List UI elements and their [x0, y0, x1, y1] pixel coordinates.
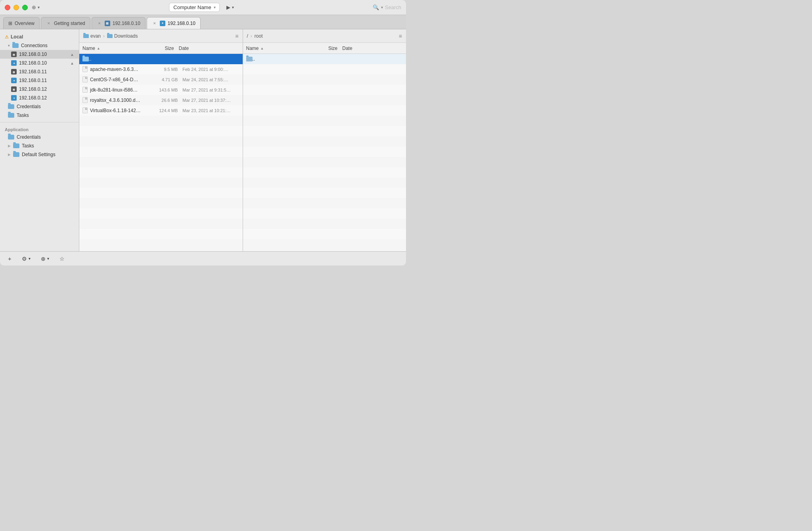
right-file-row-0[interactable]: .. — [243, 54, 406, 64]
right-col-name[interactable]: Name ▲ — [246, 46, 307, 51]
sidebar-item-conn3[interactable]: ▤ 192.168.0.11 — [0, 67, 79, 76]
tab-sftp1[interactable]: ✕ ▤ 192.168.0.10 — [92, 17, 146, 29]
tab-sftp1-label: 192.168.0.10 — [113, 21, 140, 26]
tab-getting-started[interactable]: ✕ Getting started — [41, 17, 90, 29]
left-col-size[interactable]: Size — [143, 46, 179, 51]
ssh-tab-icon: ✦ — [160, 21, 165, 26]
left-file-icon-5 — [82, 107, 88, 113]
search-bar[interactable]: 🔍 ▾ Search — [373, 4, 401, 10]
sidebar-item-conn6[interactable]: ✦ 192.168.0.12 — [0, 94, 79, 102]
right-empty-row-5 — [243, 105, 406, 116]
conn3-label: 192.168.0.11 — [19, 69, 47, 74]
sidebar-app-credentials[interactable]: Credentials — [0, 133, 79, 141]
settings-chevron: ▾ — [29, 256, 31, 261]
left-file-date-3: Mar 27, 2021 at 9:31:5… — [182, 88, 239, 92]
left-file-row-4[interactable]: royaltsx_4.3.6.1000.d… 26.6 MB Mar 27, 2… — [79, 95, 243, 105]
sidebar-item-conn4[interactable]: ✦ 192.168.0.11 — [0, 76, 79, 85]
sidebar: ⚠ Local ▾ Connections ▤ 192.168.0.10 ▲ ✦… — [0, 29, 79, 251]
network-button[interactable]: ⊕ ▾ — [38, 254, 52, 263]
left-file-date-4: Mar 27, 2021 at 10:37:… — [182, 98, 239, 103]
left-file-row-0[interactable]: .. — [79, 54, 243, 64]
left-panel-menu-icon[interactable]: ≡ — [235, 33, 238, 39]
left-file-row-5[interactable]: VirtualBox-6.1.18-142… 124.4 MB Mar 23, … — [79, 105, 243, 116]
file-panels: evan › Downloads ≡ Name ▲ — [79, 29, 406, 251]
evan-folder-icon — [83, 34, 89, 38]
left-col-date-label: Date — [179, 46, 189, 51]
right-empty-row-8 — [243, 136, 406, 147]
left-file-icon-0 — [82, 57, 89, 61]
search-icon: 🔍 — [373, 4, 379, 10]
conn1-icon: ▤ — [11, 52, 17, 57]
right-col-size[interactable]: Size — [306, 46, 342, 51]
left-empty-row-9 — [79, 198, 243, 208]
left-panel-header: evan › Downloads ≡ — [79, 29, 243, 43]
maximize-button[interactable] — [22, 5, 28, 10]
sidebar-item-conn5[interactable]: ▤ 192.168.0.12 — [0, 85, 79, 94]
right-empty-row-2 — [243, 74, 406, 85]
star-button[interactable]: ☆ — [56, 254, 68, 263]
right-breadcrumb-root-slash[interactable]: / — [247, 33, 248, 39]
app-defaults-label: Default Settings — [22, 152, 56, 157]
sidebar-item-conn2[interactable]: ✦ 192.168.0.10 ▲ — [0, 59, 79, 67]
credentials-label: Credentials — [17, 104, 41, 109]
right-file-panel: / › root ≡ Name ▲ Size — [243, 29, 406, 251]
left-empty-row-4 — [79, 147, 243, 157]
tab-getting-started-close[interactable]: ✕ — [46, 21, 52, 26]
right-empty-row-13 — [243, 188, 406, 198]
tab-overview-label: Overview — [15, 21, 34, 26]
settings-button[interactable]: ⚙ ▾ — [19, 254, 34, 263]
downloads-label: Downloads — [114, 33, 138, 39]
left-empty-row-2 — [79, 126, 243, 136]
left-file-size-4: 26.6 MB — [147, 98, 182, 103]
add-button[interactable]: + — [5, 254, 15, 263]
tab-ssh1[interactable]: ✕ ✦ 192.168.0.10 — [147, 17, 201, 29]
left-empty-row-1 — [79, 116, 243, 126]
right-empty-row-14 — [243, 198, 406, 208]
local-label: Local — [11, 34, 23, 40]
app-credentials-icon — [8, 135, 14, 139]
target-icon: ⊕ — [32, 4, 36, 10]
title-bar-right: 🔍 ▾ Search — [373, 4, 401, 10]
left-col-sort-arrow: ▲ — [97, 46, 100, 50]
settings-icon: ⚙ — [22, 256, 27, 262]
left-empty-row-11 — [79, 219, 243, 229]
left-col-name[interactable]: Name ▲ — [82, 46, 143, 51]
left-file-size-3: 143.6 MB — [147, 88, 182, 92]
minimize-button[interactable] — [13, 5, 19, 10]
network-chevron: ▾ — [47, 256, 49, 261]
left-file-row-1[interactable]: apache-maven-3.6.3… 9.5 MB Feb 24, 2021 … — [79, 64, 243, 74]
network-icon: ⊕ — [41, 256, 46, 262]
tab-ssh1-close[interactable]: ✕ — [152, 21, 157, 26]
left-file-name-3: jdk-8u281-linux-i586… — [90, 87, 147, 93]
search-label: Search — [385, 4, 401, 10]
conn4-icon: ✦ — [11, 78, 17, 83]
app-menu[interactable]: ⊕ ▾ — [32, 4, 40, 10]
sidebar-credentials[interactable]: Credentials — [0, 102, 79, 111]
sidebar-app-tasks[interactable]: ▶ Tasks — [0, 141, 79, 150]
play-button[interactable]: ▶ ▾ — [223, 3, 237, 11]
app-defaults-icon — [13, 152, 19, 157]
right-empty-row-10 — [243, 157, 406, 167]
right-col-date-label: Date — [342, 46, 352, 51]
tasks-label: Tasks — [17, 113, 29, 118]
left-col-date[interactable]: Date — [179, 46, 239, 51]
sidebar-app-defaults[interactable]: ▶ Default Settings — [0, 150, 79, 159]
right-root-label: root — [255, 33, 263, 39]
left-breadcrumb-downloads[interactable]: Downloads — [107, 33, 138, 39]
sidebar-item-conn1[interactable]: ▤ 192.168.0.10 ▲ — [0, 50, 79, 59]
computer-name-pill[interactable]: Computer Name ▾ — [169, 3, 220, 12]
left-file-row-2[interactable]: CentOS-7-x86_64-D… 4.71 GB Mar 24, 2021 … — [79, 74, 243, 85]
connections-folder-icon — [12, 43, 19, 48]
right-panel-menu-icon[interactable]: ≡ — [399, 33, 402, 39]
right-col-date[interactable]: Date — [342, 46, 403, 51]
close-button[interactable] — [5, 5, 10, 10]
sidebar-tasks[interactable]: Tasks — [0, 111, 79, 120]
tab-sftp1-close[interactable]: ✕ — [97, 21, 102, 26]
left-col-name-label: Name — [82, 46, 95, 51]
right-breadcrumb-root[interactable]: root — [255, 33, 263, 39]
left-file-row-3[interactable]: jdk-8u281-linux-i586… 143.6 MB Mar 27, 2… — [79, 85, 243, 95]
left-breadcrumb-evan[interactable]: evan — [83, 33, 101, 39]
sidebar-connections-header[interactable]: ▾ Connections — [0, 41, 79, 50]
left-breadcrumb-sep: › — [103, 33, 105, 39]
tab-overview[interactable]: ⊞ Overview — [3, 17, 40, 29]
